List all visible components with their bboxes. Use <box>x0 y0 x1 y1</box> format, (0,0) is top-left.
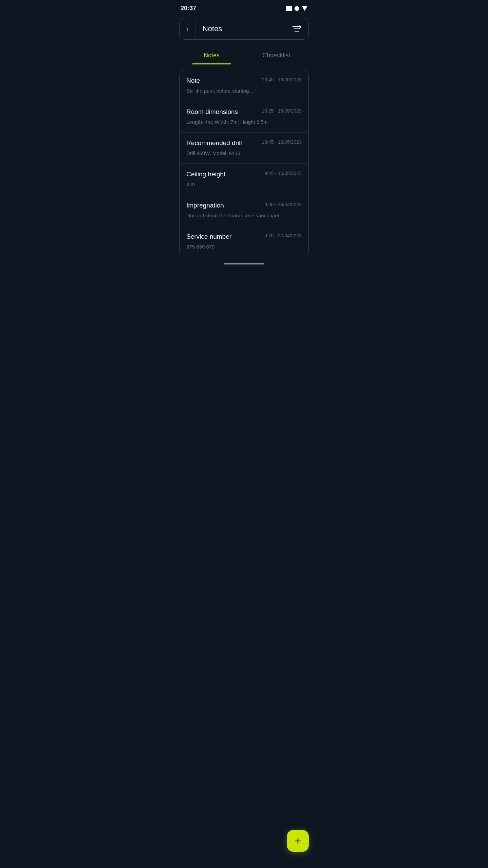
home-indicator <box>224 263 264 264</box>
note-header-4: Ceiling height 9:45 - 10/05/2023 <box>186 171 302 178</box>
note-preview-3: Drill 450W, Model: 6413 <box>186 150 302 157</box>
note-preview-2: Length: 4m; Width: 7m; Height 3.5m <box>186 118 302 125</box>
note-title-1: Note <box>186 77 200 84</box>
note-time-6: 9:20 - 27/04/2023 <box>264 233 302 238</box>
notes-list: Note 16:45 - 19/05/2023 Stir the paint b… <box>179 70 309 257</box>
note-header-1: Note 16:45 - 19/05/2023 <box>186 77 302 84</box>
note-time-5: 8:00 - 29/04/2023 <box>264 202 302 207</box>
filter-button[interactable] <box>285 19 308 39</box>
note-header-6: Service number 9:20 - 27/04/2023 <box>186 233 302 240</box>
note-time-1: 16:45 - 19/05/2023 <box>262 77 302 82</box>
note-item-5[interactable]: Impregnation 8:00 - 29/04/2023 Dry and c… <box>180 195 308 226</box>
header: ‹ Notes <box>179 18 309 40</box>
filter-list-icon <box>292 25 302 33</box>
note-preview-6: 575 839 679 <box>186 243 302 250</box>
wifi-icon <box>302 6 307 11</box>
note-preview-5: Dry and clean the boards, use sandpaper <box>186 212 302 219</box>
note-time-4: 9:45 - 10/05/2023 <box>264 171 302 176</box>
note-item-2[interactable]: Room dimensions 13:25 - 15/05/2023 Lengt… <box>180 101 308 133</box>
tab-notes[interactable]: Notes <box>179 48 244 64</box>
note-preview-1: Stir the paint before starting... <box>186 87 302 94</box>
note-item-1[interactable]: Note 16:45 - 19/05/2023 Stir the paint b… <box>180 70 308 101</box>
note-header-5: Impregnation 8:00 - 29/04/2023 <box>186 202 302 209</box>
bottom-indicator <box>174 257 314 267</box>
signal-icon <box>294 6 299 11</box>
battery-icon <box>286 6 292 11</box>
note-time-2: 13:25 - 15/05/2023 <box>262 108 302 114</box>
note-title-2: Room dimensions <box>186 108 238 116</box>
back-icon: ‹ <box>186 25 189 33</box>
tab-checklist[interactable]: Chcecklist <box>244 48 309 64</box>
status-bar: 20:37 <box>174 0 314 15</box>
note-header-2: Room dimensions 13:25 - 15/05/2023 <box>186 108 302 116</box>
note-title-3: Recommended drill <box>186 139 242 147</box>
page-title: Notes <box>196 18 285 39</box>
back-button[interactable]: ‹ <box>180 19 196 39</box>
note-item-4[interactable]: Ceiling height 9:45 - 10/05/2023 4 m <box>180 164 308 195</box>
note-item-3[interactable]: Recommended drill 10:45 - 12/05/2023 Dri… <box>180 133 308 164</box>
note-item-6[interactable]: Service number 9:20 - 27/04/2023 575 839… <box>180 226 308 257</box>
status-icons <box>286 6 307 11</box>
note-time-3: 10:45 - 12/05/2023 <box>262 139 302 145</box>
tabs: Notes Chcecklist <box>179 48 309 64</box>
note-preview-4: 4 m <box>186 181 302 188</box>
note-title-4: Ceiling height <box>186 171 225 178</box>
note-header-3: Recommended drill 10:45 - 12/05/2023 <box>186 139 302 147</box>
status-time: 20:37 <box>181 5 196 12</box>
note-title-6: Service number <box>186 233 231 240</box>
note-title-5: Impregnation <box>186 202 224 209</box>
